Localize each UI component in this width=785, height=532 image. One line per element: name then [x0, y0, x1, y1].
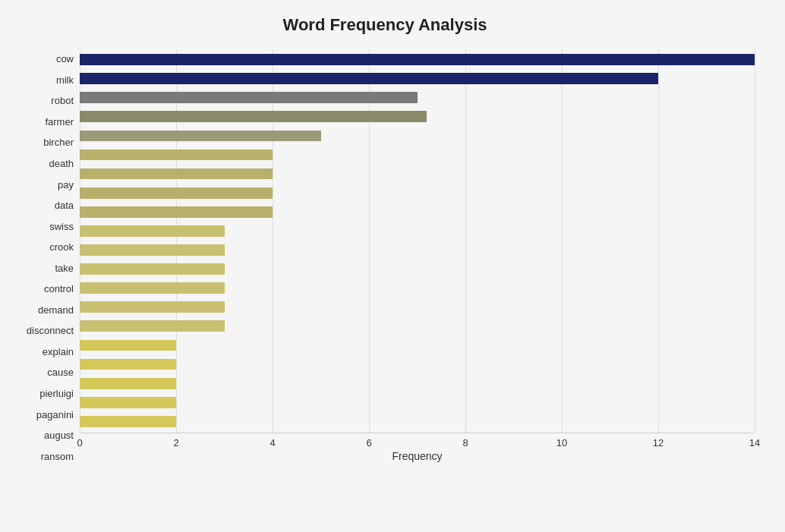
x-tick: 14: [749, 437, 760, 449]
bar-row: [80, 145, 755, 164]
y-label: demand: [38, 300, 74, 321]
bar-row: [80, 374, 755, 393]
y-label: control: [44, 279, 74, 300]
y-label: data: [55, 195, 74, 216]
y-label: crook: [49, 237, 74, 258]
x-tick: 2: [173, 437, 178, 449]
y-label: swiss: [49, 216, 74, 237]
bar-row: [80, 203, 755, 222]
y-label: august: [44, 425, 74, 446]
x-tick: 8: [462, 437, 468, 449]
bar-row: [80, 393, 755, 412]
x-tick: 6: [366, 437, 371, 449]
bar: [80, 131, 321, 142]
y-label: farmer: [45, 112, 74, 133]
bar: [80, 187, 273, 199]
bar-row: [80, 355, 755, 374]
bar-row: [80, 107, 755, 126]
bar: [80, 111, 427, 122]
y-axis: cowmilkrobotfarmerbircherdeathpaydataswi…: [15, 49, 80, 467]
y-label: pay: [58, 174, 74, 195]
bar-row: [80, 88, 755, 107]
bar: [80, 54, 755, 65]
bar-row: [80, 279, 755, 297]
x-tick: 0: [77, 437, 82, 449]
y-label: death: [49, 153, 74, 175]
y-label: disconnect: [27, 320, 74, 342]
y-label: explain: [43, 342, 74, 363]
bar-row: [80, 412, 755, 431]
y-label: bircher: [43, 132, 74, 153]
bar: [80, 168, 273, 180]
bars-and-xaxis: Frequency 02468101214: [80, 49, 755, 467]
bars-wrapper: [80, 49, 755, 433]
bar-row: [80, 241, 755, 260]
bar: [80, 378, 176, 389]
y-label: milk: [56, 70, 74, 91]
bar: [80, 73, 658, 84]
bar-row: [80, 297, 755, 316]
bar-row: [80, 50, 755, 69]
bar-row: [80, 335, 755, 354]
bar: [80, 92, 418, 103]
bar-row: [80, 316, 755, 335]
bar: [80, 225, 225, 237]
bar: [80, 301, 225, 313]
x-tick: 10: [556, 437, 567, 449]
chart-title: Word Frequency Analysis: [15, 15, 755, 35]
bar-row: [80, 165, 755, 184]
bar: [80, 150, 273, 161]
y-label: cow: [56, 49, 74, 70]
bar: [80, 263, 225, 275]
bar: [80, 340, 176, 351]
bar: [80, 320, 225, 332]
y-label: robot: [51, 90, 74, 112]
y-label: take: [55, 257, 74, 279]
bar-row: [80, 184, 755, 203]
chart-area: cowmilkrobotfarmerbircherdeathpaydataswi…: [15, 49, 755, 467]
bars-area: [80, 49, 755, 433]
x-tick: 12: [653, 437, 664, 449]
bar-row: [80, 222, 755, 241]
x-axis: Frequency 02468101214: [80, 433, 755, 467]
bar: [80, 282, 225, 294]
bar: [80, 416, 176, 427]
chart-container: Word Frequency Analysis cowmilkrobotfarm…: [0, 0, 785, 532]
x-tick: 4: [270, 437, 275, 449]
y-label: cause: [47, 362, 74, 383]
bar-row: [80, 126, 755, 145]
x-axis-label: Frequency: [80, 450, 755, 462]
bar: [80, 244, 225, 256]
bar: [80, 206, 273, 218]
bar-row: [80, 69, 755, 88]
bar: [80, 359, 176, 370]
bar: [80, 397, 176, 408]
grid-line: [755, 49, 755, 433]
bar-row: [80, 260, 755, 279]
y-label: ransom: [41, 445, 74, 467]
y-label: paganini: [36, 404, 74, 425]
y-label: pierluigi: [39, 383, 74, 405]
